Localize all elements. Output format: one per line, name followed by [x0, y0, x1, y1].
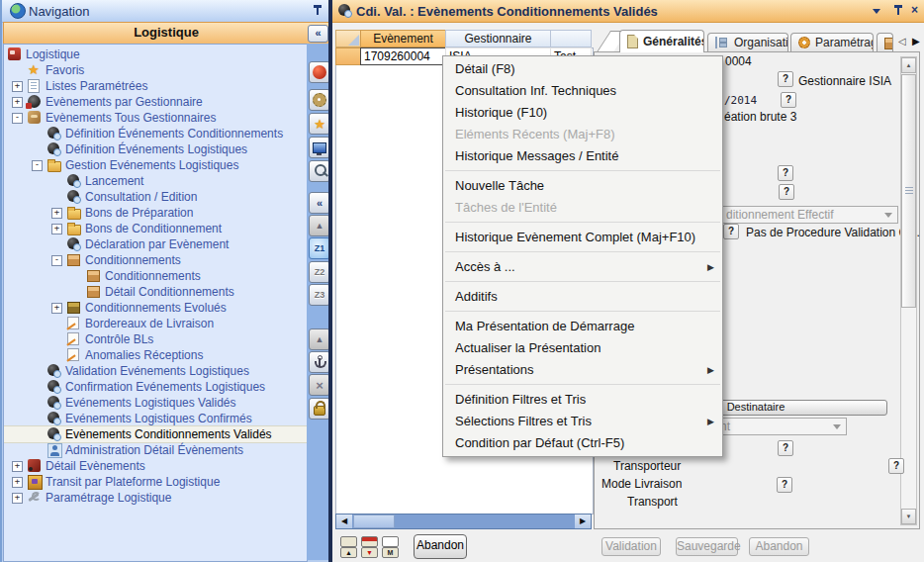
- tree-item-definition-evenements-logistiques[interactable]: Définition Événements Logistiques: [4, 141, 307, 157]
- tree-expander-icon[interactable]: +: [51, 208, 62, 219]
- help-button[interactable]: ?: [778, 440, 793, 456]
- grid-header-gestionnaire[interactable]: Gestionnaire: [445, 30, 551, 47]
- tree-item-bons-de-conditionnement[interactable]: +Bons de Conditionnement: [4, 221, 307, 236]
- menu-item-consultation-inf-techniques[interactable]: Consultation Inf. Techniques: [443, 80, 722, 102]
- promote-button[interactable]: ▲: [309, 215, 330, 236]
- tree-item-evenements-logistiques-valides[interactable]: Evénements Logistiques Validés: [4, 395, 307, 411]
- menu-item-actualiser-la-presentation[interactable]: Actualiser la Présentation: [443, 337, 722, 359]
- menu-item-selections-filtres-et-tris[interactable]: Sélections Filtres et Tris▶: [443, 411, 722, 432]
- tree-item-definition-evenements-conditionnements[interactable]: Définition Événements Conditionnements: [4, 126, 307, 141]
- promote-2-button[interactable]: ▲: [309, 328, 330, 350]
- tab-organisation[interactable]: Organisation: [707, 33, 788, 51]
- tree-item-anomalies-receptions[interactable]: Anomalies Réceptions: [4, 347, 307, 363]
- scroll-left-icon[interactable]: ◀: [336, 515, 352, 528]
- tab-more[interactable]: [877, 33, 893, 51]
- scrollbar-thumb[interactable]: [901, 74, 916, 308]
- up-black-button[interactable]: ▲: [340, 547, 357, 558]
- help-button[interactable]: ?: [777, 477, 792, 493]
- tree-item-bons-de-preparation[interactable]: +Bons de Préparation: [4, 205, 307, 221]
- tree-item-controle-bls[interactable]: Contrôle BLs: [4, 331, 307, 347]
- display-button[interactable]: [309, 137, 330, 158]
- form-vertical-scrollbar[interactable]: ▲ ▼: [900, 56, 917, 525]
- collapse-panel-button[interactable]: «: [308, 25, 328, 43]
- marker-m-button[interactable]: M: [382, 547, 399, 558]
- help-button[interactable]: ?: [779, 184, 794, 200]
- tree-item-lancement[interactable]: Lancement: [4, 173, 307, 189]
- abandon-button[interactable]: Abandon: [414, 534, 467, 559]
- tree-expander-icon[interactable]: +: [12, 477, 23, 488]
- row-indicator[interactable]: [335, 47, 361, 65]
- validation-button[interactable]: Validation: [601, 537, 661, 556]
- tree-expander-icon[interactable]: +: [12, 461, 23, 472]
- tree-item-favoris[interactable]: Favoris: [4, 62, 307, 78]
- tree-expander-icon[interactable]: +: [12, 493, 23, 504]
- menu-item-detail-f8[interactable]: Détail (F8): [443, 58, 722, 80]
- conditionnement-effectif-combo[interactable]: ditionnement Effectif: [722, 206, 898, 224]
- menu-item-presentations[interactable]: Présentations▶: [443, 359, 722, 381]
- close-icon[interactable]: ×: [911, 3, 918, 17]
- tree-item-parametrage-logistique[interactable]: +Paramétrage Logistique: [4, 490, 307, 506]
- tree-expander-icon[interactable]: -: [51, 255, 62, 266]
- lock-button[interactable]: [309, 398, 330, 420]
- tree-expander-icon[interactable]: -: [32, 160, 43, 171]
- help-button[interactable]: ?: [781, 92, 796, 108]
- tab-generalites[interactable]: Généralités: [619, 30, 704, 52]
- tab-scroll-left-icon[interactable]: ◁: [898, 36, 906, 47]
- zoom-2-button[interactable]: Z2: [309, 261, 330, 283]
- tree-item-conditionnements-evolues[interactable]: +Conditionnements Evolués: [4, 300, 307, 316]
- tree-expander-icon[interactable]: +: [12, 81, 23, 92]
- grid-corner-header[interactable]: [335, 30, 361, 47]
- tree-expander-icon[interactable]: +: [51, 224, 62, 234]
- tree-item-listes-parametrees[interactable]: +Listes Paramétrées: [4, 78, 307, 94]
- scroll-up-icon[interactable]: ▲: [901, 57, 916, 73]
- grid-horizontal-scrollbar[interactable]: ◀ ▶: [335, 514, 592, 529]
- menu-item-historique-messages-entite[interactable]: Historique Messages / Entité: [443, 145, 722, 167]
- menu-item-nouvelle-tache[interactable]: Nouvelle Tâche: [443, 175, 722, 197]
- scrollbar-thumb[interactable]: [353, 515, 395, 528]
- help-button[interactable]: ?: [723, 224, 739, 239]
- tree-item-confirmation-evenements-logistiques[interactable]: Confirmation Evénements Logistiques: [4, 379, 307, 395]
- menu-item-additifs[interactable]: Additifs: [443, 286, 722, 308]
- zoom-3-button[interactable]: Z3: [309, 284, 330, 306]
- tree-item-consultation-edition[interactable]: Consultation / Edition: [4, 189, 307, 205]
- help-button[interactable]: ?: [778, 71, 793, 87]
- page-red-button[interactable]: [361, 536, 378, 547]
- search-button[interactable]: [309, 160, 330, 182]
- collapse-button[interactable]: «: [309, 192, 330, 214]
- down-red-button[interactable]: ▼: [361, 547, 378, 558]
- tree-item-administration-detail-evenements[interactable]: Administration Détail Évènements: [4, 442, 307, 458]
- tree-item-conditionnements[interactable]: -Conditionnements: [4, 252, 307, 268]
- help-button[interactable]: ?: [888, 458, 904, 474]
- tree-item-detail-evenements[interactable]: +Détail Evènements: [4, 458, 307, 474]
- tree-item-evenements-tous-gestionnaires[interactable]: -Evènements Tous Gestionnaires: [4, 110, 307, 126]
- grid-header-evenement[interactable]: Evènement: [360, 30, 446, 47]
- tree-item-declaration-par-evenement[interactable]: Déclaration par Evènement: [4, 236, 307, 252]
- delete-button[interactable]: ×: [309, 374, 330, 396]
- tree-item-evenements-par-gestionnaire[interactable]: +Evènements par Gestionnaire: [4, 94, 307, 110]
- compass-button[interactable]: [309, 89, 330, 111]
- page-beige-button[interactable]: [340, 536, 357, 547]
- menu-item-definition-filtres-et-tris[interactable]: Définition Filtres et Tris: [443, 389, 722, 411]
- tree-item-evenements-logistiques-confirmes[interactable]: Evénements Logistiques Confirmés: [4, 411, 307, 426]
- grid-header-extra[interactable]: [550, 30, 592, 47]
- tree-item-transit-par-plateforme-logistique[interactable]: +Transit par Plateforme Logistique: [4, 474, 307, 490]
- scroll-right-icon[interactable]: ▶: [575, 515, 591, 528]
- tree-item-validation-evenements-logistiques[interactable]: Validation Evénements Logistiques: [4, 363, 307, 379]
- menu-item-acces-a[interactable]: Accès à ...▶: [443, 256, 722, 278]
- menu-item-historique-f10[interactable]: Historique (F10): [443, 102, 722, 124]
- page-white-button[interactable]: [382, 536, 399, 547]
- chevron-down-icon[interactable]: [873, 9, 880, 18]
- pin-icon[interactable]: [313, 5, 323, 17]
- cell-evenement[interactable]: 1709260004: [360, 47, 446, 65]
- menu-item-condition-par-defaut-ctrl-f5[interactable]: Condition par Défaut (Ctrl-F5): [443, 432, 722, 454]
- tree-item-gestion-evenements-logistiques[interactable]: -Gestion Evénements Logistiques: [4, 157, 307, 173]
- help-button[interactable]: ?: [778, 165, 793, 181]
- zoom-1-button[interactable]: Z1: [309, 237, 330, 259]
- tree-expander-icon[interactable]: -: [12, 113, 23, 124]
- menu-item-ma-presentation-de-demarrage[interactable]: Ma Présentation de Démarrage: [443, 316, 722, 337]
- tree-item-logistique[interactable]: Logistique: [4, 47, 307, 62]
- close-panel-button[interactable]: [309, 61, 330, 83]
- tree-expander-icon[interactable]: +: [51, 303, 62, 314]
- favorites-button[interactable]: ★: [309, 113, 330, 135]
- pin-icon[interactable]: [893, 5, 903, 17]
